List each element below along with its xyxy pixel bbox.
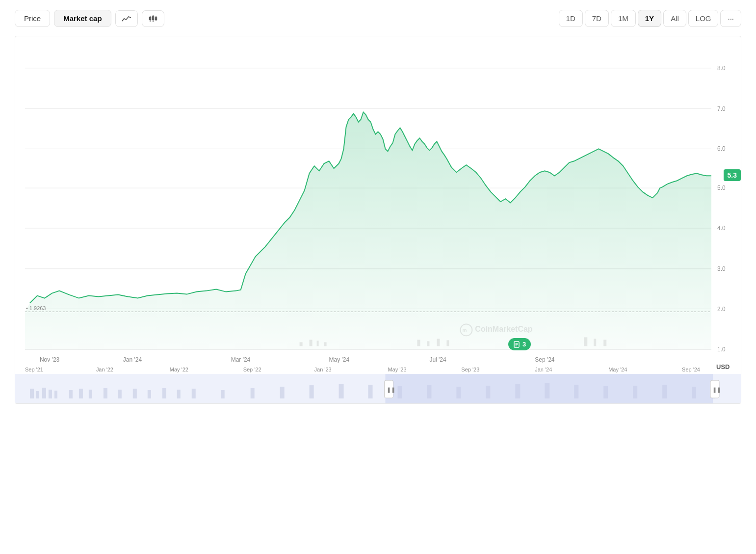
svg-rect-26	[603, 340, 606, 346]
document-icon	[513, 341, 520, 348]
time-more[interactable]: ···	[720, 10, 741, 27]
svg-rect-49	[339, 384, 344, 398]
svg-rect-20	[417, 340, 420, 346]
svg-rect-38	[104, 388, 107, 398]
y-label-1: 1.0	[717, 346, 726, 353]
svg-marker-15	[25, 112, 711, 350]
mini-x-jan24: Jan '24	[535, 367, 552, 372]
y-label-8: 8.0	[717, 65, 726, 72]
line-chart-button[interactable]	[115, 10, 138, 27]
mini-x-sep21: Sep '21	[25, 367, 43, 372]
chart-svg: 8.0 7.0 6.0 5.0 4.0 3.0 2.0 1.0 • 1.9263…	[15, 36, 741, 403]
line-icon	[122, 15, 131, 23]
y-label-3: 3.0	[717, 265, 726, 272]
toolbar-right: 1D 7D 1M 1Y All LOG ···	[559, 10, 741, 27]
time-7d[interactable]: 7D	[585, 10, 609, 27]
svg-text:❚❚: ❚❚	[387, 387, 395, 393]
svg-text:❚❚: ❚❚	[712, 387, 721, 393]
svg-rect-50	[368, 385, 373, 398]
svg-text:CoinMarketCap: CoinMarketCap	[475, 325, 532, 333]
x-label-may24: May '24	[329, 356, 350, 363]
time-1m[interactable]: 1M	[611, 10, 636, 27]
svg-rect-47	[280, 387, 285, 398]
x-label-jul24: Jul '24	[429, 356, 446, 363]
minimap-selection	[385, 374, 713, 403]
x-label-mar24: Mar '24	[231, 356, 251, 363]
price-tab[interactable]: Price	[15, 10, 50, 27]
event-badge[interactable]: 3	[508, 338, 531, 350]
svg-rect-30	[30, 389, 34, 398]
svg-rect-21	[427, 341, 429, 346]
svg-rect-25	[594, 339, 596, 346]
mini-x-may22: May '22	[170, 367, 188, 372]
svg-rect-33	[49, 390, 52, 398]
y-label-5: 5.0	[717, 185, 726, 191]
mini-x-sep23: Sep '23	[461, 367, 479, 372]
y-label-2: 2.0	[717, 306, 726, 313]
time-log[interactable]: LOG	[688, 10, 719, 27]
mini-x-jan23: Jan '23	[314, 367, 332, 372]
mini-x-sep24-mini: Sep '24	[682, 367, 700, 372]
svg-rect-45	[221, 390, 225, 398]
candle-icon	[148, 15, 158, 23]
svg-rect-34	[54, 391, 57, 398]
time-1d[interactable]: 1D	[559, 10, 583, 27]
start-price-label: • 1.9263	[26, 305, 46, 311]
y-label-7: 7.0	[717, 106, 726, 112]
toolbar: Price Market cap 1D 7D 1M 1Y All LOG ···	[15, 10, 741, 27]
x-label-jan24: Jan '24	[123, 356, 142, 363]
svg-rect-24	[584, 337, 587, 346]
svg-rect-46	[251, 388, 255, 398]
mini-x-sep22: Sep '22	[243, 367, 261, 372]
x-label-nov23: Nov '23	[40, 356, 60, 363]
svg-rect-42	[162, 388, 166, 398]
svg-rect-16	[300, 342, 303, 346]
svg-rect-35	[69, 390, 73, 398]
y-label-6: 6.0	[717, 145, 726, 152]
svg-rect-31	[36, 391, 39, 398]
svg-rect-19	[324, 342, 327, 346]
mini-x-jan22: Jan '22	[96, 367, 113, 372]
svg-rect-22	[437, 339, 440, 346]
svg-rect-17	[310, 340, 313, 346]
candle-chart-button[interactable]	[142, 10, 164, 27]
svg-rect-40	[133, 389, 137, 398]
svg-rect-36	[79, 389, 83, 398]
usd-label: USD	[716, 363, 730, 370]
toolbar-left: Price Market cap	[15, 10, 164, 27]
svg-text:m: m	[462, 327, 467, 333]
svg-rect-48	[310, 385, 314, 398]
current-price-badge: 5.3	[724, 169, 741, 181]
svg-rect-23	[446, 340, 449, 346]
y-label-4: 4.0	[717, 225, 726, 232]
mini-x-may24: May '24	[608, 367, 627, 372]
svg-rect-43	[177, 390, 181, 398]
svg-rect-44	[192, 389, 196, 398]
svg-rect-32	[42, 388, 46, 398]
time-1y[interactable]: 1Y	[638, 10, 661, 27]
chart-container: 8.0 7.0 6.0 5.0 4.0 3.0 2.0 1.0 • 1.9263…	[15, 36, 741, 404]
svg-rect-37	[89, 390, 92, 398]
x-label-sep24: Sep '24	[535, 356, 555, 363]
time-all[interactable]: All	[663, 10, 686, 27]
svg-rect-41	[148, 390, 151, 398]
market-cap-tab[interactable]: Market cap	[54, 10, 111, 27]
mini-x-may23: May '23	[388, 367, 406, 372]
svg-rect-18	[317, 341, 319, 346]
svg-rect-39	[118, 390, 122, 398]
